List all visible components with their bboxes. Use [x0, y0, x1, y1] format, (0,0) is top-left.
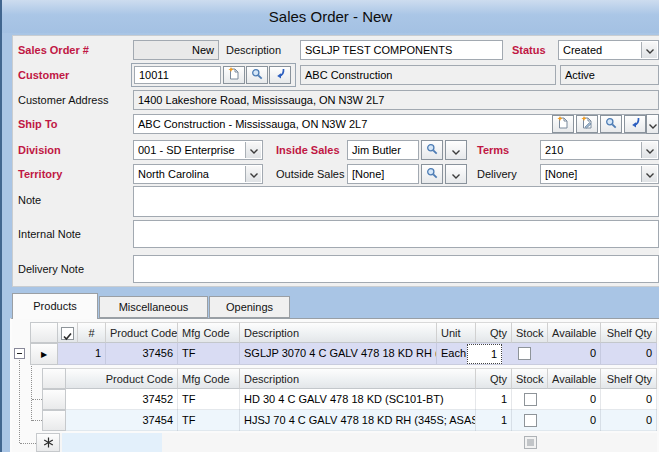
cell-qty[interactable]: 1: [476, 410, 512, 431]
cell-available[interactable]: 0: [548, 389, 601, 410]
cell-available[interactable]: 0: [548, 343, 601, 364]
subgrid-header-description[interactable]: Description: [240, 368, 476, 389]
sales-order-label: Sales Order #: [18, 44, 89, 56]
customer-lookup-button[interactable]: [246, 66, 268, 84]
tree-line: [20, 443, 36, 444]
sales-order-window: Sales Order - New Sales Order # New Desc…: [0, 0, 659, 452]
chevron-down-icon: [452, 165, 460, 183]
grid-header-select[interactable]: [58, 322, 78, 343]
cell-description[interactable]: HD 30 4 C GALV 478 18 KD (SC101-BT): [240, 389, 476, 410]
inside-sales-dropdown-button[interactable]: [445, 140, 467, 160]
delivery-label: Delivery: [477, 168, 517, 180]
tab-products[interactable]: Products: [12, 293, 98, 319]
cell-num[interactable]: 1: [78, 343, 106, 364]
grid-header-shelf-qty[interactable]: Shelf Qty: [601, 322, 657, 343]
cell-shelf-qty[interactable]: 0: [601, 410, 657, 431]
terms-combo[interactable]: 210: [540, 140, 659, 160]
subrow-selector[interactable]: [42, 389, 66, 410]
chevron-down-icon: [452, 141, 460, 159]
subgrid-header-available[interactable]: Available: [548, 368, 601, 389]
grid-header-product-code[interactable]: Product Code: [106, 322, 178, 343]
grid-corner-header[interactable]: [30, 322, 58, 343]
note-input[interactable]: [133, 186, 659, 217]
customer-code-input[interactable]: 10011: [134, 66, 221, 84]
collapse-minus-icon[interactable]: [14, 348, 25, 359]
cell-shelf-qty[interactable]: 0: [601, 389, 657, 410]
internal-note-input[interactable]: [133, 220, 659, 248]
cell-shelf-qty[interactable]: 0: [601, 343, 657, 364]
search-icon: [251, 66, 263, 84]
chevron-down-icon: [649, 115, 657, 133]
chevron-down-icon: [646, 41, 654, 59]
subgrid-header-shelf-qty[interactable]: Shelf Qty: [601, 368, 657, 389]
terms-dropdown-button[interactable]: [641, 142, 657, 158]
customer-status-field: Active: [560, 65, 659, 85]
shipto-new-button[interactable]: [552, 115, 574, 133]
subgrid-header-product-code[interactable]: Product Code: [66, 368, 178, 389]
status-dropdown-button[interactable]: [641, 42, 657, 58]
delivery-combo[interactable]: [None]: [540, 164, 659, 184]
new-row-selector[interactable]: [36, 433, 60, 452]
grid-header-unit[interactable]: Unit: [437, 322, 476, 343]
goto-arrow-icon: [274, 66, 286, 84]
subgrid-corner-header[interactable]: [42, 368, 66, 389]
grid-header-mfg-code[interactable]: Mfg Code: [178, 322, 240, 343]
territory-dropdown-button[interactable]: [245, 166, 261, 182]
stock-checkbox[interactable]: [524, 393, 537, 406]
shipto-edit-button[interactable]: [576, 115, 598, 133]
cell-qty-editing[interactable]: 1: [467, 344, 502, 364]
grid-header-available[interactable]: Available: [548, 322, 601, 343]
stock-checkbox[interactable]: [518, 347, 531, 360]
shipto-lookup-button[interactable]: [600, 115, 622, 133]
tab-openings[interactable]: Openings: [209, 296, 290, 318]
cell-mfg-code[interactable]: TF: [178, 410, 240, 431]
grid-header-num[interactable]: #: [78, 322, 106, 343]
subrow-selector[interactable]: [42, 410, 66, 431]
division-combo[interactable]: 001 - SD Enterprise: [133, 140, 263, 160]
shipto-dropdown-button[interactable]: [646, 114, 659, 134]
cell-description[interactable]: SGLJP 3070 4 C GALV 478 18 KD RH (34...: [240, 343, 437, 364]
chevron-down-icon: [250, 141, 258, 159]
cell-product-code[interactable]: 37456: [106, 343, 178, 364]
division-dropdown-button[interactable]: [245, 142, 261, 158]
new-row-active-cell[interactable]: [62, 433, 162, 452]
tab-miscellaneous[interactable]: Miscellaneous: [99, 296, 208, 318]
subgrid-header-stock[interactable]: Stock: [512, 368, 548, 389]
tree-line: [19, 360, 20, 443]
grid-header-stock[interactable]: Stock: [512, 322, 548, 343]
outside-sales-lookup-button[interactable]: [421, 164, 443, 184]
cell-mfg-code[interactable]: TF: [178, 343, 240, 364]
new-document-icon: [228, 66, 240, 84]
status-combo[interactable]: Created: [558, 40, 659, 60]
inside-sales-input[interactable]: Jim Butler: [347, 140, 419, 160]
stock-checkbox[interactable]: [524, 414, 537, 427]
cell-mfg-code[interactable]: TF: [178, 389, 240, 410]
cell-product-code[interactable]: 37452: [66, 389, 178, 410]
cell-product-code[interactable]: 37454: [66, 410, 178, 431]
grid-header-description[interactable]: Description: [240, 322, 437, 343]
outside-sales-input[interactable]: [None]: [347, 164, 419, 184]
delivery-dropdown-button[interactable]: [641, 166, 657, 182]
customer-goto-button[interactable]: [269, 66, 291, 84]
subgrid-header-qty[interactable]: Qty: [476, 368, 512, 389]
terms-label: Terms: [477, 144, 509, 156]
select-all-checkbox[interactable]: [61, 327, 74, 340]
description-input[interactable]: SGLJP TEST COMPONENTS: [300, 40, 503, 60]
delivery-note-input[interactable]: [133, 255, 659, 283]
row-selector[interactable]: ▶: [30, 343, 58, 365]
cell-qty[interactable]: 1: [476, 389, 512, 410]
customer-new-button[interactable]: [223, 66, 245, 84]
inside-sales-lookup-button[interactable]: [421, 140, 443, 160]
grid-header-qty[interactable]: Qty: [476, 322, 512, 343]
shipto-goto-button[interactable]: [624, 115, 646, 133]
window-title: Sales Order - New: [269, 8, 392, 25]
goto-arrow-icon: [629, 115, 641, 133]
division-label: Division: [18, 144, 61, 156]
status-label: Status: [512, 44, 546, 56]
inside-sales-label: Inside Sales: [276, 144, 340, 156]
cell-description[interactable]: HJSJ 70 4 C GALV 478 18 KD RH (345S; ASA…: [240, 410, 476, 431]
subgrid-header-mfg-code[interactable]: Mfg Code: [178, 368, 240, 389]
cell-available[interactable]: 0: [548, 410, 601, 431]
territory-combo[interactable]: North Carolina: [133, 164, 263, 184]
outside-sales-dropdown-button[interactable]: [445, 164, 467, 184]
